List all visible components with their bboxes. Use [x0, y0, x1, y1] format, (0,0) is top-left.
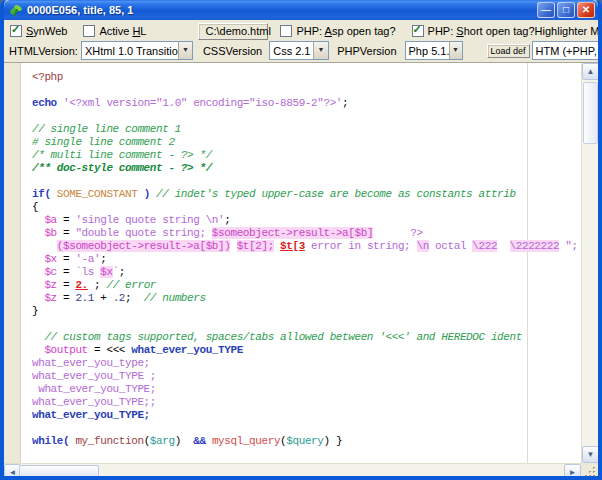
title-bar[interactable]: 0000E056, title, 85, 1 — □ ✕	[4, 0, 598, 20]
short-open-tag-checkbox-box[interactable]: ✓	[412, 25, 424, 37]
synweb-label: SynWeb	[26, 25, 67, 37]
code-line: what_ever_you_TYPE ;	[32, 370, 581, 383]
code-line: /** doc-style comment - ?> */	[32, 162, 581, 175]
short-open-tag-label: PHP: Short open tag?	[428, 25, 535, 37]
combo-arrow-icon[interactable]: ▼	[313, 42, 329, 59]
scroll-up-button[interactable]: ▲	[582, 63, 598, 80]
code-line: $x = '-a';	[32, 253, 581, 266]
code-line: echo '<?xml version="1.0" encoding="iso-…	[32, 97, 581, 110]
active-hl-label: Active HL	[99, 25, 146, 37]
highlighter-mode-select[interactable]: HTM (+PHP, +CSS, +ES) ▼	[532, 41, 602, 60]
asp-open-tag-label: PHP: Asp open tag?	[296, 25, 395, 37]
window-controls: — □ ✕	[537, 2, 595, 18]
window-title: 0000E056, title, 85, 1	[27, 4, 537, 16]
asp-open-tag-checkbox-box[interactable]: ✓	[280, 25, 292, 37]
code-line	[32, 175, 581, 188]
code-line: if( SOME_CONSTANT ) // indet's typed upp…	[32, 188, 581, 201]
code-line: while( my_function($arg) && mysql_query(…	[32, 435, 581, 448]
highlighter-mode-label: Highlighter MODE	[535, 25, 602, 37]
horizontal-scroll-thumb[interactable]	[19, 465, 99, 480]
toolbar: ✓ SynWeb ✓ Active HL C:\demo.html ✓ PHP:…	[4, 20, 598, 63]
code-line: $output = <<< what_ever_you_TYPE	[32, 344, 581, 357]
resize-grip[interactable]	[581, 463, 598, 480]
active-hl-checkbox[interactable]: ✓ Active HL	[83, 25, 146, 37]
combo-arrow-icon[interactable]: ▼	[449, 42, 462, 59]
horizontal-scrollbar[interactable]: ◄ ►	[4, 463, 581, 480]
app-window: 0000E056, title, 85, 1 — □ ✕ ✓ SynWeb ✓ …	[0, 0, 602, 480]
check-icon: ✓	[413, 23, 422, 36]
code-line: ($someobject->result->a[$b]) $t[2]; $t[3…	[32, 240, 581, 253]
code-line	[32, 318, 581, 331]
vertical-scroll-thumb[interactable]	[583, 82, 598, 144]
html-version-select[interactable]: XHtml 1.0 Transitional ▼	[81, 41, 193, 60]
check-icon: ✓	[11, 23, 20, 36]
code-editor[interactable]: <?php echo '<?xml version="1.0" encoding…	[4, 63, 598, 480]
close-button[interactable]: ✕	[577, 2, 595, 18]
code-line: $z = 2. ; // error	[32, 279, 581, 292]
html-version-label: HTMLVersion:	[9, 45, 78, 57]
code-line: // single line comment 1	[32, 123, 581, 136]
file-path-button[interactable]: C:\demo.html	[198, 23, 268, 40]
css-version-label: CSSVersion	[203, 45, 262, 57]
code-line	[32, 84, 581, 97]
code-line: // custom tags supported, spaces/tabs al…	[32, 331, 581, 344]
code-line: what_ever_you_TYPE;;	[32, 396, 581, 409]
code-line: what_ever_you_TYPE;	[32, 409, 581, 422]
html-version-value: XHtml 1.0 Transitional	[82, 45, 178, 57]
vertical-scrollbar[interactable]: ▲ ▼	[581, 63, 598, 463]
code-line: $b = "double quote string; $someobject->…	[32, 227, 581, 240]
code-line: # single line comment 2	[32, 136, 581, 149]
app-icon	[9, 3, 23, 17]
load-def-button[interactable]: Load def	[487, 44, 530, 58]
synweb-checkbox[interactable]: ✓ SynWeb	[10, 25, 67, 37]
scroll-down-button[interactable]: ▼	[582, 446, 598, 463]
code-line: what_ever_you_TYPE;	[32, 383, 581, 396]
code-line: <?php	[32, 71, 581, 84]
code-line: {	[32, 201, 581, 214]
php-version-select[interactable]: Php 5.1.2 ▼	[405, 41, 463, 60]
highlighter-mode-value: HTM (+PHP, +CSS, +ES)	[533, 45, 602, 57]
code-line: what_ever_you_type;	[32, 357, 581, 370]
editor-gutter	[4, 63, 21, 463]
php-version-value: Php 5.1.2	[406, 45, 449, 57]
code-line: /* multi line comment - ?> */	[32, 149, 581, 162]
short-open-tag-checkbox[interactable]: ✓ PHP: Short open tag?	[412, 25, 535, 37]
minimize-button[interactable]: —	[537, 2, 555, 18]
toolbar-row-2: HTMLVersion: XHtml 1.0 Transitional ▼ CS…	[4, 40, 598, 61]
scroll-right-button[interactable]: ►	[564, 464, 581, 480]
php-version-label: PHPVersion	[337, 45, 396, 57]
css-version-value: Css 2.1	[270, 45, 312, 57]
code-line	[32, 110, 581, 123]
synweb-checkbox-box[interactable]: ✓	[10, 25, 22, 37]
code-line: $a = 'single quote string \n';	[32, 214, 581, 227]
combo-arrow-icon[interactable]: ▼	[178, 42, 192, 59]
asp-open-tag-checkbox[interactable]: ✓ PHP: Asp open tag?	[280, 25, 395, 37]
css-version-select[interactable]: Css 2.1 ▼	[269, 41, 329, 60]
active-hl-checkbox-box[interactable]: ✓	[83, 25, 95, 37]
maximize-button[interactable]: □	[557, 2, 575, 18]
code-line	[32, 422, 581, 435]
code-lines[interactable]: <?php echo '<?xml version="1.0" encoding…	[22, 63, 581, 463]
toolbar-row-1: ✓ SynWeb ✓ Active HL C:\demo.html ✓ PHP:…	[4, 22, 598, 40]
code-line: $c = `ls $x`;	[32, 266, 581, 279]
code-line: $z = 2.1 + .2; // numbers	[32, 292, 581, 305]
code-line: }	[32, 305, 581, 318]
